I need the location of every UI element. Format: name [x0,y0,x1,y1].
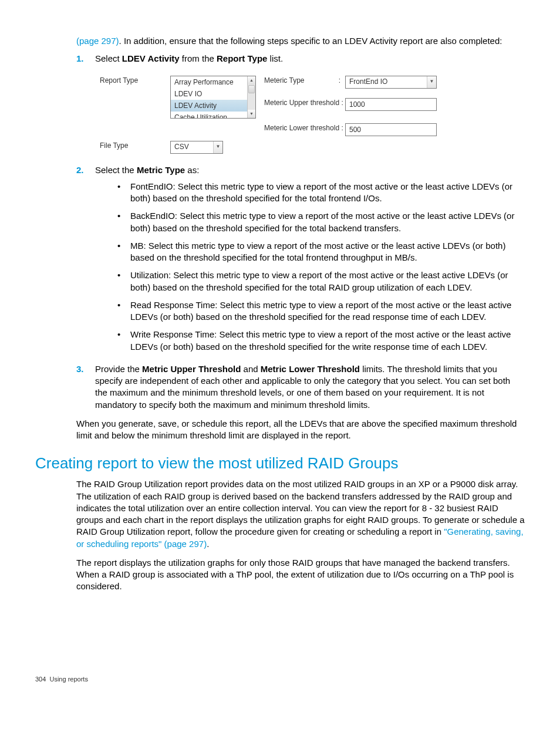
intro-paragraph: (page 297). In addition, ensure that the… [76,35,525,47]
metric-type-value: FrontEnd IO [346,77,427,86]
list-item[interactable]: Array Performance [171,76,247,88]
page-footer: 304 Using reports [35,675,525,684]
report-type-figure: Report Type Array Performance LDEV IO LD… [100,76,525,154]
metric-type-label: Meteric Type : [264,76,345,94]
lower-threshold-label: Meteric Lower threshold : [264,119,345,136]
step-3: 3. Provide the Metric Upper Threshold an… [76,363,525,413]
intro-rest: . In addition, ensure that the following… [119,36,502,46]
upper-threshold-label: Meteric Upper threshold : [264,93,345,118]
step-2-number: 2. [76,164,95,359]
scroll-thumb[interactable] [248,85,255,93]
file-type-value: CSV [171,142,213,151]
footer-section: Using reports [49,676,87,683]
step-3-text: Provide the Metric Upper Threshold and M… [95,363,525,411]
list-item[interactable]: Cache Utilization [171,112,247,117]
bullet-item: •MB: Select this metric type to view a r… [114,240,525,264]
raid-paragraph-2: The report displays the utilization grap… [76,557,525,593]
step-1-number: 1. [76,53,95,67]
file-type-label: File Type [100,136,170,154]
step-2: 2. Select the Metric Type as: •FontEndIO… [76,164,525,359]
file-type-dropdown[interactable]: CSV ▼ [170,141,223,154]
bullet-icon: • [114,240,130,264]
bullet-icon: • [114,269,130,293]
list-item-selected[interactable]: LDEV Activity [171,100,247,112]
bullet-item: •Utilization: Select this metric type to… [114,269,525,293]
bullet-icon: • [114,299,130,323]
bullet-icon: • [114,210,130,234]
section-heading-raid: Creating report to view the most utilize… [35,453,525,474]
raid-paragraph-1: The RAID Group Utilization report provid… [76,478,525,550]
scroll-up-icon[interactable]: ▲ [248,76,255,85]
bullet-item: •BackEndIO: Select this metric type to v… [114,210,525,234]
step-2-text: Select the Metric Type as: [95,164,525,176]
chevron-down-icon[interactable]: ▼ [213,141,222,153]
step-1-text: Select LDEV Activity from the Report Typ… [95,53,525,65]
bullet-item: •Read Response Time: Select this metric … [114,299,525,323]
listbox-scrollbar[interactable]: ▲ ▼ [247,76,255,118]
metric-type-dropdown[interactable]: FrontEnd IO ▼ [345,76,437,89]
report-type-label: Report Type [100,76,170,94]
report-type-listbox[interactable]: Array Performance LDEV IO LDEV Activity … [170,76,256,119]
page-ref-link[interactable]: (page 297) [76,36,119,46]
lower-threshold-input[interactable]: 500 [345,123,437,136]
list-item[interactable]: LDEV IO [171,88,247,100]
step-1: 1. Select LDEV Activity from the Report … [76,53,525,67]
chevron-down-icon[interactable]: ▼ [427,76,436,88]
metric-type-bullets: •FontEndIO: Select this metric type to v… [114,181,525,353]
bullet-icon: • [114,181,130,205]
after-steps-paragraph: When you generate, save, or schedule thi… [76,418,525,442]
page-number: 304 [35,676,46,683]
bullet-item: •FontEndIO: Select this metric type to v… [114,181,525,205]
step-3-number: 3. [76,363,95,413]
upper-threshold-input[interactable]: 1000 [345,98,437,111]
bullet-icon: • [114,329,130,353]
bullet-item: •Write Response Time: Select this metric… [114,329,525,353]
scroll-down-icon[interactable]: ▼ [248,110,255,118]
